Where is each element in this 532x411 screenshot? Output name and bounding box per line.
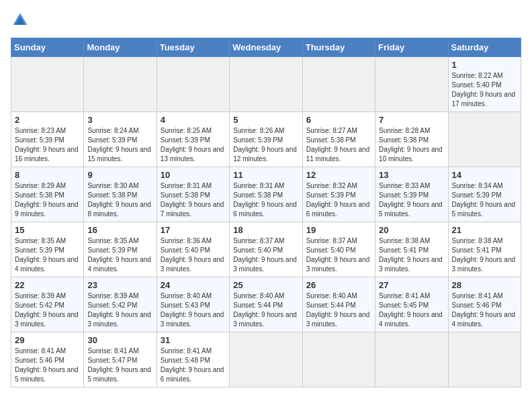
calendar-cell: 23Sunrise: 8:39 AMSunset: 5:42 PMDayligh…: [84, 277, 157, 332]
day-number: 3: [87, 115, 152, 125]
calendar-cell: 4Sunrise: 8:25 AMSunset: 5:39 PMDaylight…: [157, 112, 229, 167]
day-number: 26: [306, 280, 371, 290]
page-header: [11, 11, 521, 30]
calendar-cell: 28Sunrise: 8:41 AMSunset: 5:46 PMDayligh…: [448, 277, 521, 332]
calendar-cell: 26Sunrise: 8:40 AMSunset: 5:44 PMDayligh…: [302, 277, 375, 332]
calendar-cell: 30Sunrise: 8:41 AMSunset: 5:47 PMDayligh…: [84, 332, 157, 387]
header-day-friday: Friday: [375, 38, 448, 57]
day-info: Sunrise: 8:40 AMSunset: 5:44 PMDaylight:…: [233, 292, 297, 328]
day-info: Sunrise: 8:34 AMSunset: 5:39 PMDaylight:…: [452, 182, 516, 218]
calendar-cell: [302, 332, 375, 387]
logo: [11, 11, 32, 30]
day-info: Sunrise: 8:33 AMSunset: 5:39 PMDaylight:…: [379, 182, 443, 218]
calendar-cell: 22Sunrise: 8:39 AMSunset: 5:42 PMDayligh…: [11, 277, 84, 332]
calendar-week: 8Sunrise: 8:29 AMSunset: 5:38 PMDaylight…: [11, 167, 521, 222]
day-info: Sunrise: 8:41 AMSunset: 5:45 PMDaylight:…: [379, 292, 443, 328]
day-number: 18: [233, 225, 298, 235]
day-number: 17: [161, 225, 226, 235]
day-number: 19: [306, 225, 371, 235]
day-number: 8: [15, 170, 80, 180]
day-number: 13: [379, 170, 444, 180]
day-number: 20: [379, 225, 444, 235]
day-number: 4: [161, 115, 226, 125]
day-info: Sunrise: 8:38 AMSunset: 5:41 PMDaylight:…: [379, 237, 443, 273]
calendar-week: 15Sunrise: 8:35 AMSunset: 5:39 PMDayligh…: [11, 222, 521, 277]
empty-cell: [157, 57, 229, 112]
calendar-cell: [375, 332, 448, 387]
empty-cell: [11, 57, 84, 112]
calendar-week: 29Sunrise: 8:41 AMSunset: 5:46 PMDayligh…: [11, 332, 521, 387]
day-number: 6: [306, 115, 371, 125]
day-info: Sunrise: 8:39 AMSunset: 5:42 PMDaylight:…: [87, 292, 151, 328]
day-info: Sunrise: 8:39 AMSunset: 5:42 PMDaylight:…: [15, 292, 79, 328]
day-info: Sunrise: 8:36 AMSunset: 5:40 PMDaylight:…: [161, 237, 224, 273]
calendar-cell: 19Sunrise: 8:37 AMSunset: 5:40 PMDayligh…: [302, 222, 375, 277]
day-info: Sunrise: 8:27 AMSunset: 5:38 PMDaylight:…: [306, 127, 370, 163]
calendar-cell: 16Sunrise: 8:35 AMSunset: 5:39 PMDayligh…: [84, 222, 157, 277]
calendar-cell: 5Sunrise: 8:26 AMSunset: 5:39 PMDaylight…: [230, 112, 302, 167]
day-info: Sunrise: 8:22 AMSunset: 5:40 PMDaylight:…: [452, 72, 516, 107]
logo-icon: [11, 11, 30, 30]
day-info: Sunrise: 8:24 AMSunset: 5:39 PMDaylight:…: [87, 127, 151, 163]
day-number: 16: [87, 225, 152, 235]
day-number: 29: [15, 335, 80, 345]
calendar-cell: 17Sunrise: 8:36 AMSunset: 5:40 PMDayligh…: [157, 222, 229, 277]
calendar-week: 2Sunrise: 8:23 AMSunset: 5:39 PMDaylight…: [11, 112, 521, 167]
header-day-monday: Monday: [84, 38, 157, 57]
calendar-cell: 6Sunrise: 8:27 AMSunset: 5:38 PMDaylight…: [302, 112, 375, 167]
day-number: 22: [15, 280, 80, 290]
calendar-cell: 27Sunrise: 8:41 AMSunset: 5:45 PMDayligh…: [375, 277, 448, 332]
day-number: 14: [452, 170, 517, 180]
day-info: Sunrise: 8:31 AMSunset: 5:38 PMDaylight:…: [233, 182, 297, 218]
calendar-cell: 8Sunrise: 8:29 AMSunset: 5:38 PMDaylight…: [11, 167, 84, 222]
calendar-body: 1Sunrise: 8:22 AMSunset: 5:40 PMDaylight…: [11, 57, 521, 387]
day-info: Sunrise: 8:40 AMSunset: 5:44 PMDaylight:…: [306, 292, 370, 328]
day-info: Sunrise: 8:35 AMSunset: 5:39 PMDaylight:…: [87, 237, 151, 273]
day-number: 2: [15, 115, 80, 125]
day-number: 21: [452, 225, 517, 235]
day-info: Sunrise: 8:38 AMSunset: 5:41 PMDaylight:…: [452, 237, 516, 273]
empty-cell: [302, 57, 375, 112]
day-info: Sunrise: 8:23 AMSunset: 5:39 PMDaylight:…: [15, 127, 79, 163]
header-day-tuesday: Tuesday: [157, 38, 229, 57]
calendar-cell: 20Sunrise: 8:38 AMSunset: 5:41 PMDayligh…: [375, 222, 448, 277]
day-info: Sunrise: 8:26 AMSunset: 5:39 PMDaylight:…: [233, 127, 297, 163]
day-number: 23: [87, 280, 152, 290]
calendar-cell: 13Sunrise: 8:33 AMSunset: 5:39 PMDayligh…: [375, 167, 448, 222]
calendar-cell: 14Sunrise: 8:34 AMSunset: 5:39 PMDayligh…: [448, 167, 521, 222]
day-info: Sunrise: 8:40 AMSunset: 5:43 PMDaylight:…: [161, 292, 224, 328]
day-number: 7: [379, 115, 444, 125]
day-number: 12: [306, 170, 371, 180]
calendar-cell: 3Sunrise: 8:24 AMSunset: 5:39 PMDaylight…: [84, 112, 157, 167]
calendar-cell: 1Sunrise: 8:22 AMSunset: 5:40 PMDaylight…: [448, 57, 521, 112]
day-info: Sunrise: 8:41 AMSunset: 5:46 PMDaylight:…: [452, 292, 516, 328]
day-number: 5: [233, 115, 298, 125]
empty-cell: [375, 57, 448, 112]
day-info: Sunrise: 8:41 AMSunset: 5:46 PMDaylight:…: [15, 347, 79, 383]
calendar-cell: [230, 332, 302, 387]
day-number: 31: [161, 335, 226, 345]
day-number: 25: [233, 280, 298, 290]
day-info: Sunrise: 8:41 AMSunset: 5:48 PMDaylight:…: [161, 347, 224, 383]
calendar-cell: 2Sunrise: 8:23 AMSunset: 5:39 PMDaylight…: [11, 112, 84, 167]
day-info: Sunrise: 8:25 AMSunset: 5:39 PMDaylight:…: [161, 127, 224, 163]
header-day-wednesday: Wednesday: [230, 38, 302, 57]
day-info: Sunrise: 8:37 AMSunset: 5:40 PMDaylight:…: [306, 237, 370, 273]
calendar-cell: 18Sunrise: 8:37 AMSunset: 5:40 PMDayligh…: [230, 222, 302, 277]
day-number: 9: [87, 170, 152, 180]
header-day-sunday: Sunday: [11, 38, 84, 57]
calendar-cell: [448, 332, 521, 387]
calendar-cell: 7Sunrise: 8:28 AMSunset: 5:38 PMDaylight…: [375, 112, 448, 167]
day-number: 10: [161, 170, 226, 180]
header-day-saturday: Saturday: [448, 38, 521, 57]
calendar-cell: 24Sunrise: 8:40 AMSunset: 5:43 PMDayligh…: [157, 277, 229, 332]
empty-cell: [230, 57, 302, 112]
calendar-cell: 21Sunrise: 8:38 AMSunset: 5:41 PMDayligh…: [448, 222, 521, 277]
header-row: SundayMondayTuesdayWednesdayThursdayFrid…: [11, 38, 521, 57]
day-number: 24: [161, 280, 226, 290]
calendar-header: SundayMondayTuesdayWednesdayThursdayFrid…: [11, 38, 521, 57]
day-number: 15: [15, 225, 80, 235]
empty-cell: [84, 57, 157, 112]
calendar-cell: 12Sunrise: 8:32 AMSunset: 5:39 PMDayligh…: [302, 167, 375, 222]
day-number: 27: [379, 280, 444, 290]
